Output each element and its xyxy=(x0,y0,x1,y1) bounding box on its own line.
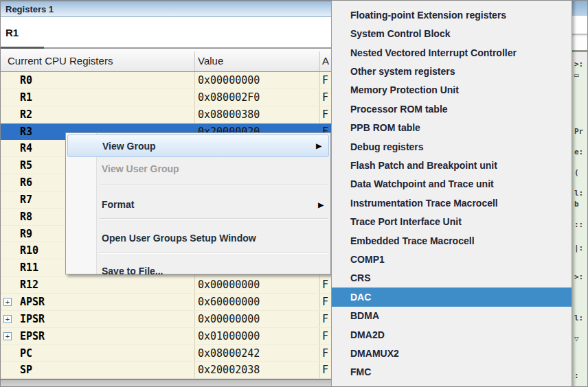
screenshot-root: Registers 1 R1 Current CPU Registers Val… xyxy=(0,0,588,387)
menu-item-save-to-file[interactable]: Save to File... xyxy=(66,259,330,282)
code-fragment: Pr xyxy=(574,127,583,136)
background-titlebar-sliver xyxy=(571,1,588,16)
code-fragment: : xyxy=(574,371,579,380)
code-fragment: ▽ xyxy=(574,334,579,343)
register-context-menu: View Group▶View User GroupFormat▶Open Us… xyxy=(65,132,331,274)
column-divider[interactable] xyxy=(194,51,195,71)
register-name: IPSR xyxy=(20,313,45,325)
submenu-item-comp1[interactable]: COMP1 xyxy=(332,250,572,268)
submenu-item-label: Debug registers xyxy=(350,141,424,152)
submenu-item-label: COMP1 xyxy=(350,254,385,265)
table-row[interactable]: +R20x08000380F xyxy=(1,106,332,124)
code-fragment: l: xyxy=(574,189,583,198)
submenu-item-label: Processor ROM table xyxy=(350,104,448,115)
register-access: F xyxy=(322,330,328,342)
background-editor-strip: >:▭Pre:(l:b::|:>:l:▽: xyxy=(571,1,588,387)
register-access: F xyxy=(322,296,328,308)
table-row[interactable]: +R00x00000000F xyxy=(1,72,332,89)
submenu-item-flash-patch-and-breakpoint-unit[interactable]: Flash Patch and Breakpoint unit xyxy=(332,156,572,174)
table-row[interactable]: +PC0x08000242F xyxy=(1,345,332,362)
pane-title: Registers 1 xyxy=(5,4,54,14)
menu-item-label: Open User Groups Setup Window xyxy=(102,233,256,244)
code-fragment: b xyxy=(574,200,579,209)
code-fragment: ▭ xyxy=(574,71,579,80)
submenu-item-nested-vectored-interrupt-controller[interactable]: Nested Vectored Interrupt Controller xyxy=(332,43,572,62)
register-name: R5 xyxy=(20,159,32,172)
submenu-item-dac[interactable]: DAC xyxy=(332,288,572,306)
submenu-item-other-system-registers[interactable]: Other system registers xyxy=(332,62,572,80)
menu-item-label: View Group xyxy=(102,141,156,152)
submenu-item-memory-protection-unit[interactable]: Memory Protection Unit xyxy=(332,81,572,99)
submenu-item-label: DMAMUX2 xyxy=(350,348,399,359)
submenu-item-label: Floating-point Extension registers xyxy=(350,10,506,21)
submenu-item-debug-registers[interactable]: Debug registers xyxy=(332,137,572,156)
submenu-item-trace-port-interface-unit[interactable]: Trace Port Interface Unit xyxy=(332,212,572,231)
submenu-item-crs[interactable]: CRS xyxy=(332,269,572,288)
expand-plus-icon[interactable]: + xyxy=(3,332,12,340)
code-fragment: >: xyxy=(574,272,583,281)
pane-titlebar[interactable]: Registers 1 xyxy=(1,1,332,17)
table-header: Current CPU Registers Value A xyxy=(1,49,332,72)
submenu-item-embedded-trace-macrocell[interactable]: Embedded Trace Macrocell xyxy=(332,231,572,250)
register-name: R2 xyxy=(20,108,32,121)
submenu-item-dmamux2[interactable]: DMAMUX2 xyxy=(332,344,572,362)
submenu-item-label: Nested Vectored Interrupt Controller xyxy=(350,47,517,58)
register-name: EPSR xyxy=(20,330,45,342)
submenu-item-processor-rom-table[interactable]: Processor ROM table xyxy=(332,99,572,118)
submenu-item-data-watchpoint-and-trace-unit[interactable]: Data Watchpoint and Trace unit xyxy=(332,175,572,194)
register-value: 0x20002038 xyxy=(198,364,260,376)
submenu-item-fmc[interactable]: FMC xyxy=(332,363,572,382)
register-name: R0 xyxy=(20,74,32,86)
register-value: 0x00000000 xyxy=(198,313,260,325)
submenu-item-floating-point-extension-registers[interactable]: Floating-point Extension registers xyxy=(332,5,572,24)
submenu-item-instrumentation-trace-macrocell[interactable]: Instrumentation Trace Macrocell xyxy=(332,194,572,212)
submenu-item-ppb-rom-table[interactable]: PPB ROM table xyxy=(332,118,572,137)
background-field-sliver xyxy=(571,16,588,35)
expand-plus-icon[interactable]: + xyxy=(3,298,12,306)
pane-bottom-edge xyxy=(1,380,332,387)
code-fragment: ( xyxy=(574,168,579,177)
menu-item-label: Save to File... xyxy=(102,266,163,277)
menu-item-view-group[interactable]: View Group▶ xyxy=(67,134,329,157)
submenu-item-label: System Control Block xyxy=(350,28,450,39)
register-access: F xyxy=(322,91,328,104)
table-row[interactable]: +SP0x20002038F xyxy=(1,362,332,379)
submenu-arrow-icon: ▶ xyxy=(316,142,321,150)
table-row[interactable]: +APSR0x60000000F xyxy=(1,294,332,311)
menu-item-label: View User Group xyxy=(102,163,179,174)
register-name: SP xyxy=(20,364,32,376)
menu-item-view-user-group: View User Group xyxy=(66,157,330,180)
column-header-value[interactable]: Value xyxy=(198,55,223,67)
register-access: F xyxy=(322,313,328,325)
table-row[interactable]: +IPSR0x00000000F xyxy=(1,311,332,328)
register-value: 0x080002F0 xyxy=(198,91,260,104)
register-filter-input[interactable]: R1 xyxy=(1,18,332,47)
register-filter-value: R1 xyxy=(5,27,19,38)
menu-item-open-user-groups-setup-window[interactable]: Open User Groups Setup Window xyxy=(66,225,330,251)
submenu-item-label: BDMA xyxy=(350,310,379,321)
submenu-item-label: Memory Protection Unit xyxy=(350,84,459,95)
register-name: APSR xyxy=(20,296,45,308)
column-header-access[interactable]: A xyxy=(322,55,329,67)
register-value: 0x60000000 xyxy=(198,296,260,308)
register-name: R10 xyxy=(20,244,38,257)
submenu-item-label: Trace Port Interface Unit xyxy=(350,216,462,227)
expand-plus-icon[interactable]: + xyxy=(3,315,12,323)
column-divider[interactable] xyxy=(319,51,320,71)
menu-item-label: Format xyxy=(102,199,134,210)
table-row[interactable]: +R10x080002F0F xyxy=(1,89,332,106)
code-fragment: e: xyxy=(574,148,583,156)
background-field-sliver xyxy=(571,36,588,52)
code-fragment: :: xyxy=(574,220,583,229)
column-header-registers[interactable]: Current CPU Registers xyxy=(8,55,113,67)
submenu-item-system-control-block[interactable]: System Control Block xyxy=(332,24,572,43)
menu-item-format[interactable]: Format▶ xyxy=(66,194,330,215)
submenu-item-dma2d[interactable]: DMA2D xyxy=(332,325,572,344)
submenu-item-bdma[interactable]: BDMA xyxy=(332,307,572,325)
table-row[interactable]: +EPSR0x01000000F xyxy=(1,328,332,345)
submenu-arrow-icon: ▶ xyxy=(318,201,324,209)
register-value: 0x00000000 xyxy=(198,74,260,86)
register-name: R9 xyxy=(20,228,32,240)
register-value: 0x01000000 xyxy=(198,330,260,342)
register-name: PC xyxy=(20,347,32,360)
